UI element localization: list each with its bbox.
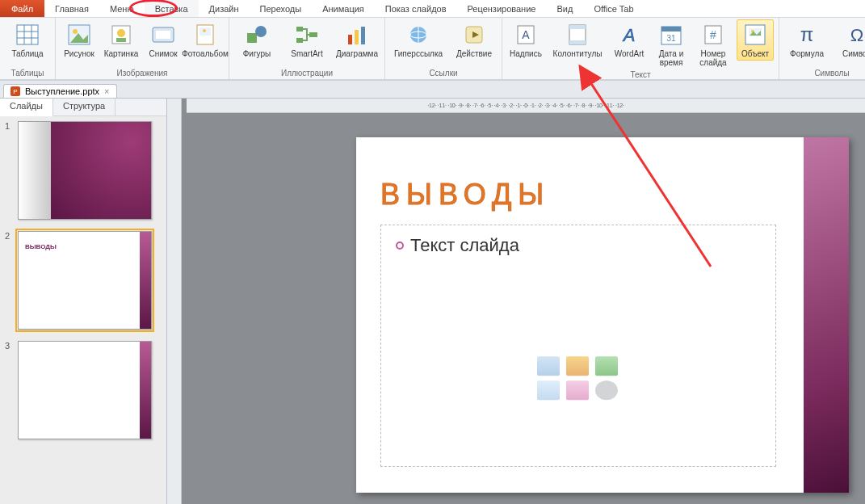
- picture-icon: [66, 22, 92, 48]
- ribbon-group-label: Текст: [507, 69, 774, 81]
- slide-title[interactable]: ВЫВОДЫ: [380, 178, 550, 212]
- menu-tab-показ слайдов[interactable]: Показ слайдов: [375, 0, 457, 17]
- thumbnail-number: 2: [5, 231, 13, 330]
- screenshot-icon: [150, 22, 176, 48]
- editor: ·12· ·11· ·10· ·9· ·8· ·7· ·6· ·5· ·4· ·…: [167, 99, 865, 504]
- ribbon-group-изображения: РисунокКартинкаСнимокФотоальбомИзображен…: [56, 18, 229, 79]
- placeholder-icons[interactable]: [537, 356, 619, 400]
- hyperlink-button[interactable]: Гиперссылка: [390, 19, 447, 61]
- ribbon-button-label: Символ: [842, 49, 865, 58]
- picture-button[interactable]: Рисунок: [61, 19, 98, 61]
- menu-tab-главная[interactable]: Главная: [44, 0, 99, 17]
- svg-point-6: [73, 29, 78, 34]
- ribbon-button-label: Рисунок: [64, 49, 94, 58]
- slide-canvas[interactable]: ВЫВОДЫ Текст слайда: [356, 137, 849, 493]
- menu-tab-office tab[interactable]: Office Tab: [583, 0, 644, 17]
- ribbon-group-таблицы: ТаблицаТаблицы: [0, 18, 56, 79]
- svg-rect-30: [569, 25, 586, 29]
- insert-table-icon[interactable]: [537, 356, 560, 376]
- table-button[interactable]: Таблица: [5, 19, 50, 61]
- vertical-ruler: [167, 99, 182, 504]
- equation-button[interactable]: πФормула: [784, 19, 829, 61]
- insert-media-icon[interactable]: [595, 380, 618, 400]
- ribbon-group-символы: πФормулаΩСимволСимволы: [779, 18, 865, 79]
- ribbon-button-label: Снимок: [149, 49, 177, 58]
- document-tab[interactable]: P Выступление.pptx ×: [3, 84, 117, 98]
- datetime-icon: 31: [658, 22, 684, 48]
- file-tab[interactable]: Файл: [0, 0, 44, 17]
- slides-panel: СлайдыСтруктура 12ВЫВОДЫ3: [0, 99, 167, 504]
- shapes-button[interactable]: Фигуры: [234, 19, 279, 61]
- ribbon-button-label: Формула: [790, 49, 824, 58]
- panel-tab-слайды[interactable]: Слайды: [0, 99, 53, 116]
- thumbnail-slide-2[interactable]: ВЫВОДЫ: [18, 231, 152, 330]
- object-button[interactable]: Объект: [737, 19, 774, 61]
- smartart-button[interactable]: SmartArt: [284, 19, 330, 61]
- body-text[interactable]: Текст слайда: [410, 235, 519, 256]
- screenshot-button[interactable]: Снимок: [145, 19, 182, 61]
- svg-rect-34: [661, 27, 681, 32]
- menu-tab-вид[interactable]: Вид: [546, 0, 583, 17]
- svg-text:A: A: [622, 25, 636, 45]
- svg-rect-21: [355, 30, 359, 44]
- thumbnail-slide-3[interactable]: [18, 341, 152, 439]
- thumbnail-row: 2ВЫВОДЫ: [5, 231, 162, 330]
- ribbon: ТаблицаТаблицыРисунокКартинкаСнимокФотоа…: [0, 18, 865, 81]
- panel-tabs: СлайдыСтруктура: [0, 99, 166, 116]
- wordart-icon: A: [616, 22, 642, 48]
- chart-button[interactable]: Диаграмма: [334, 19, 380, 61]
- slide-accent: [804, 137, 849, 493]
- ribbon-group-label: Изображения: [61, 68, 224, 79]
- stage[interactable]: ВЫВОДЫ Текст слайда: [187, 113, 865, 504]
- svg-text:#: #: [710, 28, 716, 41]
- ribbon-group-ссылки: ГиперссылкаДействиеСсылки: [385, 18, 502, 79]
- clipart-button[interactable]: Картинка: [103, 19, 140, 61]
- svg-rect-15: [247, 33, 257, 43]
- svg-rect-11: [156, 31, 170, 39]
- hyperlink-icon: [405, 22, 431, 48]
- svg-rect-31: [569, 40, 586, 44]
- svg-text:π: π: [800, 23, 814, 45]
- datetime-button[interactable]: 31Дата и время: [653, 19, 690, 69]
- svg-text:A: A: [522, 28, 530, 41]
- insert-clipart-icon[interactable]: [566, 380, 589, 400]
- svg-point-14: [203, 29, 206, 32]
- album-button[interactable]: Фотоальбом: [187, 19, 224, 61]
- document-tabs: P Выступление.pptx ×: [0, 81, 865, 99]
- svg-rect-19: [309, 32, 317, 37]
- ribbon-button-label: SmartArt: [291, 49, 322, 58]
- svg-text:P: P: [13, 88, 17, 95]
- ribbon-button-label: Картинка: [104, 49, 139, 58]
- headerfooter-button[interactable]: Колонтитулы: [549, 19, 606, 61]
- menu-tab-вставка[interactable]: Вставка: [145, 0, 199, 17]
- svg-point-8: [117, 29, 125, 37]
- slidenum-button[interactable]: #Номер слайда: [695, 19, 732, 69]
- ribbon-group-иллюстрации: ФигурыSmartArtДиаграммаИллюстрации: [229, 18, 385, 79]
- symbol-button[interactable]: ΩСимвол: [834, 19, 865, 61]
- document-name: Выступление.pptx: [25, 86, 99, 96]
- wordart-button[interactable]: AWordArt: [611, 19, 648, 61]
- thumbnail-slide-1[interactable]: [18, 121, 152, 220]
- content-placeholder[interactable]: Текст слайда: [380, 225, 776, 467]
- menu-tab-рецензирование[interactable]: Рецензирование: [457, 0, 547, 17]
- ribbon-button-label: Дата и время: [654, 49, 688, 67]
- svg-rect-0: [17, 25, 38, 44]
- action-button[interactable]: Действие: [451, 19, 497, 61]
- ribbon-button-label: WordArt: [615, 49, 645, 58]
- thumbnail-row: 1: [5, 121, 162, 220]
- insert-chart-icon[interactable]: [566, 356, 589, 376]
- ribbon-button-label: Фотоальбом: [182, 49, 229, 58]
- smartart-icon: [294, 22, 320, 48]
- menu-tab-переходы[interactable]: Переходы: [250, 0, 313, 17]
- insert-picture-icon[interactable]: [537, 380, 560, 400]
- powerpoint-icon: P: [10, 86, 20, 96]
- panel-tab-структура[interactable]: Структура: [53, 99, 115, 116]
- menu-tab-дизайн[interactable]: Дизайн: [199, 0, 250, 17]
- action-icon: [461, 22, 487, 48]
- insert-smartart-icon[interactable]: [595, 356, 618, 376]
- menu-tab-меню[interactable]: Меню: [99, 0, 145, 17]
- menu-tab-анимация[interactable]: Анимация: [312, 0, 375, 17]
- ribbon-button-label: Гиперссылка: [394, 49, 443, 58]
- textbox-button[interactable]: AНадпись: [507, 19, 544, 61]
- close-icon[interactable]: ×: [104, 86, 109, 96]
